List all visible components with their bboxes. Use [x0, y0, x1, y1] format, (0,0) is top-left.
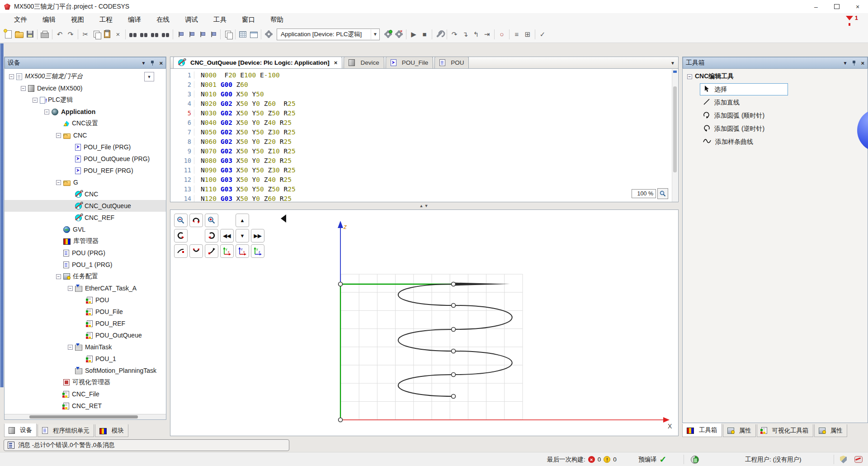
devices-tab-设备[interactable]: 设备: [4, 423, 37, 437]
menu-工具[interactable]: 工具: [206, 14, 234, 26]
watch-button[interactable]: ⊞: [522, 29, 533, 40]
tree-item-POU_OutQueue[interactable]: POU_OutQueue: [5, 329, 166, 341]
tree-item-MX500三轴龙门平台[interactable]: −MX500三轴龙门平台▼: [5, 71, 166, 82]
tree-horizontal-scrollbar[interactable]: [5, 414, 166, 419]
expander-icon[interactable]: −: [68, 345, 73, 350]
tree-item-Application[interactable]: −Application: [5, 106, 166, 118]
bookmark-prev-button[interactable]: [186, 29, 197, 40]
tree-item-CNC[interactable]: CNC: [5, 188, 166, 200]
cnc-graphic-view[interactable]: z X ▲◀◀▼▶▶yxzxyz: [170, 209, 679, 436]
move-top-button[interactable]: ▲: [236, 214, 249, 227]
toolbar-collapse-icon[interactable]: [281, 214, 286, 223]
bookmark-toggle-button[interactable]: [175, 29, 186, 40]
tree-item-GVL[interactable]: GVL: [5, 223, 166, 235]
rotate-free-button[interactable]: [189, 214, 203, 227]
replace-button[interactable]: [149, 29, 160, 40]
minimize-button[interactable]: –: [806, 0, 826, 13]
expander-icon[interactable]: −: [56, 133, 61, 138]
toolbox-item-添加直线[interactable]: 添加直线: [700, 96, 788, 109]
menu-在线[interactable]: 在线: [149, 14, 177, 26]
run-button[interactable]: ▶: [408, 29, 419, 40]
pin-icon[interactable]: [150, 60, 155, 66]
tree-item-G[interactable]: −G: [5, 176, 166, 188]
toolbox-item-添加圆弧 (逆时针)[interactable]: 添加圆弧 (逆时针): [700, 123, 788, 135]
gcode-line[interactable]: 13N110 G03 X50 Y50 Z50 R25: [170, 184, 678, 194]
paste-button[interactable]: [102, 29, 113, 40]
tree-item-POU_File[interactable]: POU_File: [5, 306, 166, 318]
undo-button[interactable]: ↶: [54, 29, 65, 40]
editor-vertical-scrollbar[interactable]: [672, 69, 678, 202]
step-into-button[interactable]: ↴: [460, 29, 471, 40]
gcode-line[interactable]: 4N020 G02 X50 Y0 Z60 R25: [170, 99, 678, 108]
move-bottom-button[interactable]: ▼: [236, 229, 249, 243]
build-button[interactable]: [263, 29, 274, 40]
gcode-line[interactable]: 10N080 G03 X50 Y0 Z20 R25: [170, 156, 678, 165]
gcode-line[interactable]: 3N010 G00 X50 Y50: [170, 89, 678, 99]
view-yx-button[interactable]: yx: [220, 244, 234, 258]
toolbox-group-header[interactable]: − CNC编辑工具: [683, 69, 868, 82]
search-objects-button[interactable]: [138, 29, 149, 40]
view-yz-button[interactable]: yz: [251, 244, 264, 258]
tree-item-CNC_RET[interactable]: CNC_RET: [5, 400, 166, 412]
move-right-button[interactable]: ▶▶: [251, 229, 264, 243]
menu-文件[interactable]: 文件: [6, 14, 35, 26]
menu-调试[interactable]: 调试: [177, 14, 206, 26]
devices-tab-模块[interactable]: 模块: [95, 424, 128, 437]
tree-item-EtherCAT_Task_A[interactable]: −EtherCAT_Task_A: [5, 282, 166, 294]
tree-item-POU_1[interactable]: POU_1: [5, 353, 166, 365]
run-to-cursor-button[interactable]: ⇥: [481, 29, 492, 40]
editor-tab-POU[interactable]: POU: [434, 57, 469, 68]
active-application-combo[interactable]: Application [Device: PLC逻辑] ▼: [277, 29, 380, 40]
maximize-button[interactable]: [826, 0, 847, 13]
copy-button[interactable]: [91, 29, 102, 40]
arc-out-button[interactable]: [205, 244, 218, 258]
tools-button[interactable]: [434, 29, 445, 40]
scrollbar-thumb[interactable]: [673, 86, 677, 172]
toolbox-item-添加样条曲线[interactable]: 添加样条曲线: [700, 136, 788, 148]
menu-工程[interactable]: 工程: [92, 14, 120, 26]
message-filter[interactable]: 1: [846, 14, 858, 21]
toolbox-tab-属性[interactable]: 属性: [814, 424, 847, 437]
expander-icon[interactable]: −: [44, 109, 49, 114]
new-window-button[interactable]: [248, 29, 259, 40]
bookmark-clear-button[interactable]: [208, 29, 218, 40]
message-bar[interactable]: 消息 -总计0个错误,0个警告,0条消息: [4, 439, 289, 451]
check-button[interactable]: ✓: [537, 29, 548, 40]
tree-item-SoftMotion_PlanningTask[interactable]: SoftMotion_PlanningTask: [5, 365, 166, 376]
arc-in-button[interactable]: [174, 244, 188, 258]
toolbox-tab-工具箱[interactable]: 工具箱: [682, 423, 722, 437]
panel-close-icon[interactable]: ×: [159, 60, 163, 67]
expander-icon[interactable]: −: [33, 98, 38, 103]
zoom-menu-button[interactable]: [657, 188, 668, 199]
flow-control-button[interactable]: ≡: [511, 29, 522, 40]
tree-item-CNC_OutQueue[interactable]: CNC_OutQueue: [5, 200, 166, 212]
toolbox-item-选择[interactable]: 选择: [700, 83, 788, 95]
menu-窗口[interactable]: 窗口: [234, 14, 263, 26]
tree-item-POU_REF[interactable]: POU_REF: [5, 318, 166, 329]
tree-item-MainTask[interactable]: −MainTask: [5, 341, 166, 353]
gcode-line[interactable]: 6N040 G02 X50 Y0 Z40 R25: [170, 118, 678, 127]
new-file-button[interactable]: [3, 29, 14, 40]
tree-item-POU (PRG)[interactable]: POU (PRG): [5, 247, 166, 259]
cut-button[interactable]: ✂: [80, 29, 91, 40]
close-button[interactable]: ×: [847, 0, 868, 13]
save-button[interactable]: [24, 29, 35, 40]
editor-splitter[interactable]: ▲▼: [170, 202, 679, 209]
step-out-button[interactable]: ↰: [471, 29, 481, 40]
tree-item-POU_File (PRG)[interactable]: POU_File (PRG): [5, 141, 166, 153]
print-button[interactable]: [39, 29, 50, 40]
delete-button[interactable]: ×: [113, 29, 123, 40]
tree-item-POU_OutQueue (PRG)[interactable]: POU_OutQueue (PRG): [5, 153, 166, 165]
copy-format-button[interactable]: [222, 29, 233, 40]
editor-tab-CNC_OutQueue[interactable]: CNC_OutQueue [Device: Plc Logic: Applica…: [173, 57, 342, 68]
expander-icon[interactable]: −: [56, 180, 61, 185]
tree-item-可视化管理器[interactable]: 可视化管理器: [5, 376, 166, 388]
expander-icon[interactable]: −: [56, 274, 61, 279]
tree-item-CNC_REF[interactable]: CNC_REF: [5, 212, 166, 223]
zoom-out-button[interactable]: [174, 214, 188, 227]
editor-tab-Device[interactable]: Device: [344, 57, 384, 68]
replace-objects-button[interactable]: [160, 29, 171, 40]
devices-tab-程序组织单元[interactable]: 程序组织单元: [38, 424, 94, 437]
toolbox-tab-属性[interactable]: 属性: [723, 424, 756, 437]
gcode-line[interactable]: 9N070 G02 X50 Y50 Z10 R25: [170, 146, 678, 156]
